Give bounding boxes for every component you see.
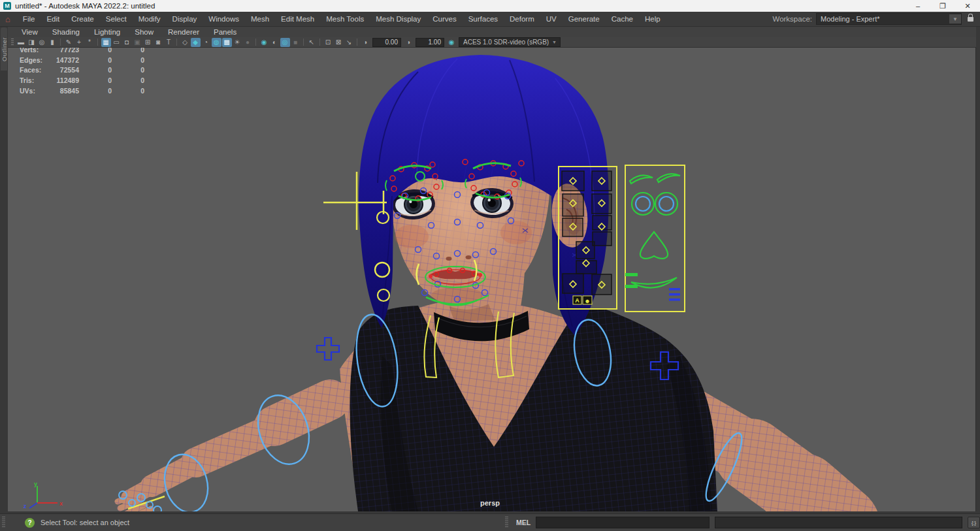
camera-attributes-icon[interactable]: ◎: [37, 38, 47, 47]
exposure-field[interactable]: 0.00: [372, 38, 401, 47]
snapshot-paste-icon[interactable]: ⊠: [334, 38, 344, 47]
color-managed-icon[interactable]: ◉: [447, 38, 457, 47]
menu-windows[interactable]: Windows: [203, 15, 245, 23]
overscan-icon[interactable]: *: [85, 38, 95, 47]
menu-cache[interactable]: Cache: [606, 15, 639, 23]
chevron-down-icon[interactable]: ▼: [949, 14, 961, 24]
menu-curves[interactable]: Curves: [427, 15, 462, 23]
safe-title-icon[interactable]: ◙: [154, 38, 163, 47]
pan-zoom-icon[interactable]: +: [74, 38, 84, 47]
hud-row: Faces:72554 00: [20, 66, 150, 76]
gamma-icon[interactable]: ◑: [404, 38, 414, 47]
menu-file[interactable]: File: [17, 15, 41, 23]
gate-mask-icon[interactable]: ▣: [133, 38, 142, 47]
workspace-value: Modeling - Expert*: [821, 15, 880, 23]
camera-label: persp: [473, 499, 507, 507]
chevron-down-icon[interactable]: ▼: [552, 40, 560, 44]
hud-row: Edges:147372 00: [20, 56, 150, 67]
menu-edit-mesh[interactable]: Edit Mesh: [275, 15, 320, 23]
menu-mesh-display[interactable]: Mesh Display: [370, 15, 427, 23]
axis-x-label: x: [59, 500, 63, 507]
smooth-shade-icon[interactable]: ◆: [191, 38, 201, 47]
snapshot-copy-icon[interactable]: ⊡: [323, 38, 333, 47]
menu-edit[interactable]: Edit: [41, 15, 65, 23]
camera-lock-icon[interactable]: ◨: [27, 38, 37, 47]
ao-icon[interactable]: ◉: [259, 38, 269, 47]
bonus-shade-icon[interactable]: ◔: [201, 38, 211, 47]
resolution-gate-icon[interactable]: ◘: [122, 38, 132, 47]
exposure-icon[interactable]: ◑: [361, 38, 370, 47]
panel-menu-bar: View Shading Lighting Show Renderer Pane…: [8, 26, 976, 38]
colorspace-dropdown[interactable]: ACES 1.0 SDR-video (sRGB) ▼: [459, 37, 561, 47]
hud-poly-count: Verts:77723 00 Edges:147372 00 Faces:725…: [20, 46, 150, 97]
image-plane-icon[interactable]: ✎: [64, 38, 74, 47]
mel-toggle-button[interactable]: MEL: [516, 519, 531, 526]
panel-menu-show[interactable]: Show: [127, 28, 161, 36]
hud-row: Tris:112489 00: [20, 76, 150, 87]
home-icon[interactable]: ⌂: [5, 14, 10, 24]
menu-mesh[interactable]: Mesh: [245, 15, 275, 23]
mel-input[interactable]: [536, 517, 710, 528]
menu-help[interactable]: Help: [639, 15, 666, 23]
toolbar-separator: [357, 39, 357, 46]
close-button[interactable]: ✕: [955, 0, 980, 12]
field-chart-icon[interactable]: ⊞: [143, 38, 153, 47]
grid-icon[interactable]: ▦: [101, 38, 111, 47]
picker-a-button: A: [575, 297, 580, 304]
toolbar-separator: [319, 39, 320, 46]
mel-output-field[interactable]: [715, 517, 962, 528]
view-axis-gizmo: y x z: [17, 479, 65, 511]
command-line-grip[interactable]: [505, 517, 508, 528]
maximize-button[interactable]: ❐: [930, 0, 955, 12]
panel-menu-view[interactable]: View: [14, 28, 45, 36]
textured-icon[interactable]: ◍: [212, 38, 221, 47]
script-editor-icon[interactable]: {;}: [968, 517, 980, 528]
viewport-3d[interactable]: A ☻: [8, 47, 976, 511]
menu-uv[interactable]: UV: [540, 15, 563, 23]
workspace-lock-icon[interactable]: [968, 17, 973, 22]
region-tool-icon[interactable]: ↘: [344, 38, 354, 47]
motion-blur-icon[interactable]: ◐: [270, 38, 280, 47]
toolbar-separator: [303, 39, 304, 46]
menu-display[interactable]: Display: [167, 15, 203, 23]
isolate-select-icon[interactable]: ↖: [307, 38, 317, 47]
menu-modify[interactable]: Modify: [133, 15, 167, 23]
workspace-label: Workspace:: [772, 15, 812, 23]
menu-generate[interactable]: Generate: [563, 15, 606, 23]
menu-surfaces[interactable]: Surfaces: [463, 15, 504, 23]
viewport-toolbar: ▬ ◨ ◎ ▮ ✎ + * ▦ ▭ ◘ ▣ ⊞ ◙ T ◇ ◆ ◔ ◍ ▩ ☀ …: [8, 37, 976, 48]
workspace-dropdown[interactable]: Modeling - Expert* ▼: [816, 13, 962, 25]
panel-menu-renderer[interactable]: Renderer: [161, 28, 206, 36]
panel-menu-panels[interactable]: Panels: [206, 28, 244, 36]
command-line: MEL {;}: [503, 514, 980, 531]
menu-select[interactable]: Select: [100, 15, 133, 23]
menu-create[interactable]: Create: [65, 15, 100, 23]
menu-mesh-tools[interactable]: Mesh Tools: [320, 15, 370, 23]
bookmark-icon[interactable]: ▮: [48, 38, 57, 47]
toolbar-separator: [255, 39, 256, 46]
panel-menu-shading[interactable]: Shading: [45, 28, 87, 36]
statusbar-grip[interactable]: [2, 517, 5, 528]
checker-icon[interactable]: ▩: [222, 38, 232, 47]
gamma-field[interactable]: 1.00: [416, 38, 444, 47]
lights-icon[interactable]: ☀: [233, 38, 242, 47]
right-panel-strip: [975, 26, 980, 514]
outliner-tab[interactable]: Outliner: [1, 27, 7, 71]
minimize-button[interactable]: –: [906, 0, 930, 12]
camera-icon[interactable]: ▬: [16, 38, 26, 47]
hud-icon[interactable]: T: [164, 38, 174, 47]
shadows-icon[interactable]: ●: [243, 38, 253, 47]
toolbar-grip[interactable]: [11, 39, 14, 46]
multisample-icon[interactable]: ◎: [280, 38, 290, 47]
maya-app-icon: M: [3, 2, 11, 10]
film-gate-icon[interactable]: ▭: [112, 38, 122, 47]
wireframe-icon[interactable]: ◇: [180, 38, 190, 47]
menu-deform[interactable]: Deform: [504, 15, 540, 23]
picker-smiley-button: ☻: [584, 298, 590, 304]
panel-menu-lighting[interactable]: Lighting: [87, 28, 127, 36]
left-panel-strip: Outliner: [0, 26, 8, 514]
window-title: untitled* - Autodesk MAYA 2022.2: untitl…: [15, 2, 155, 10]
help-line-text: Select Tool: select an object: [41, 519, 129, 526]
status-bar: ? Select Tool: select an object MEL {;}: [0, 513, 980, 531]
greyscale-icon[interactable]: ■: [291, 38, 301, 47]
